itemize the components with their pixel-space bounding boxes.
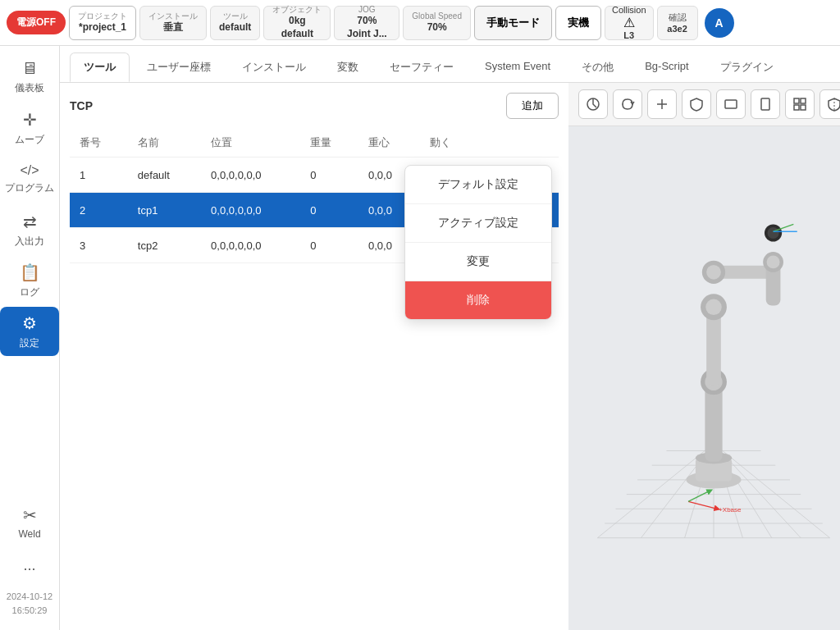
tool-label: ツール (223, 11, 248, 21)
collision-label: Collision (612, 5, 646, 15)
svg-point-36 (706, 265, 721, 280)
confirm-button[interactable]: 確認 a3e2 (657, 6, 698, 40)
manual-mode-button[interactable]: 手動モード (474, 6, 552, 40)
move-icon: ✛ (23, 110, 37, 130)
real-button[interactable]: 実機 (555, 6, 601, 40)
robot-viewport[interactable]: +Xbase (568, 126, 840, 630)
tab-other[interactable]: その他 (568, 52, 628, 82)
svg-rect-2 (761, 98, 769, 110)
sidebar-label-dashboard: 儀表板 (15, 81, 44, 95)
svg-text:+Xbase: +Xbase (719, 506, 742, 514)
view-reset-btn[interactable] (578, 89, 608, 119)
context-menu: デフォルト設定 アクティブ設定 変更 削除 (404, 165, 552, 320)
jog-button[interactable]: JOG 70% Joint J... (334, 6, 399, 40)
sidebar-label-settings: 設定 (20, 336, 39, 350)
row3-name: tcp2 (128, 228, 201, 263)
panel-header: TCP 追加 (70, 93, 559, 119)
context-active-btn[interactable]: アクティブ設定 (405, 204, 551, 243)
program-icon: </> (20, 163, 39, 178)
svg-point-41 (767, 227, 778, 239)
power-button[interactable]: 電源OFF (7, 11, 66, 34)
tool-value: default (219, 21, 251, 34)
tab-bar: ツール ユーザー座標 インストール 変数 セーフティー System Event… (60, 46, 840, 83)
collision-button[interactable]: Collision ⚠ L3 (605, 6, 654, 40)
col-move: 動く (420, 129, 559, 158)
context-default-btn[interactable]: デフォルト設定 (405, 166, 551, 204)
view-box-btn[interactable] (716, 89, 746, 119)
view-rotate-btn[interactable] (613, 89, 642, 119)
row3-num: 3 (70, 228, 128, 263)
row3-weight: 0 (300, 228, 358, 263)
tool-button[interactable]: ツール default (210, 6, 260, 40)
global-speed-button[interactable]: Global Speed 70% (403, 6, 471, 40)
sidebar-label-log: ログ (20, 285, 39, 299)
left-panel: TCP 追加 番号 名前 位置 重量 重心 動く (60, 83, 568, 630)
tab-system-event[interactable]: System Event (471, 52, 564, 82)
panel-title: TCP (70, 99, 93, 112)
tab-install[interactable]: インストール (228, 52, 320, 82)
row2-pos: 0,0,0,0,0,0 (201, 193, 300, 228)
collision-icon: ⚠ (623, 15, 635, 30)
view-box2-btn[interactable] (751, 89, 780, 119)
col-weight: 重量 (300, 129, 358, 158)
view-grid-btn[interactable] (785, 89, 815, 119)
more-icon: ... (23, 557, 35, 574)
svg-point-33 (705, 299, 721, 315)
view-shield-btn[interactable] (682, 89, 711, 119)
jog-label: JOG (358, 4, 376, 15)
confirm-label: 確認 (669, 11, 687, 24)
context-delete-btn[interactable]: 削除 (405, 281, 551, 319)
add-button[interactable]: 追加 (506, 93, 559, 119)
install-label: インストール (148, 11, 198, 21)
tab-tool[interactable]: ツール (70, 52, 130, 82)
collision-value: L3 (623, 30, 634, 40)
object-button[interactable]: オブジェクト 0kg default (263, 6, 331, 40)
context-change-btn[interactable]: 変更 (405, 243, 551, 281)
global-speed-label: Global Speed (412, 11, 462, 21)
col-name: 名前 (128, 129, 201, 158)
row1-num: 1 (70, 158, 128, 193)
svg-line-22 (688, 501, 717, 509)
user-avatar[interactable]: A (705, 8, 734, 38)
col-pos: 位置 (201, 129, 300, 158)
svg-rect-4 (801, 98, 806, 103)
tab-variable[interactable]: 変数 (323, 52, 372, 82)
io-icon: ⇄ (23, 212, 37, 231)
row2-num: 2 (70, 193, 128, 228)
jog-value2: Joint J... (347, 28, 387, 41)
col-num: 番号 (70, 129, 128, 158)
install-button[interactable]: インストール 垂直 (139, 6, 207, 40)
log-icon: 📋 (20, 262, 40, 282)
datetime-display: 2024-10-1216:50:29 (3, 583, 56, 623)
svg-point-39 (767, 255, 780, 268)
tab-user-coord[interactable]: ユーザー座標 (133, 52, 225, 82)
tab-safety[interactable]: セーフティー (376, 52, 468, 82)
view-shield2-btn[interactable] (819, 89, 840, 119)
sidebar-more-button[interactable]: ... (0, 550, 59, 580)
confirm-value: a3e2 (667, 24, 687, 34)
sidebar-item-move[interactable]: ✛ ムーブ (0, 103, 59, 153)
settings-icon: ⚙ (22, 313, 37, 333)
sidebar-label-program: プログラム (5, 181, 54, 195)
dashboard-icon: 🖥 (21, 59, 38, 78)
sidebar-item-log[interactable]: 📋 ログ (0, 256, 59, 305)
object-value2: default (281, 28, 313, 41)
sidebar-item-io[interactable]: ⇄ 入出力 (0, 205, 59, 254)
sidebar-label-move: ムーブ (15, 133, 44, 147)
row2-name: tcp1 (128, 193, 201, 228)
sidebar-item-settings[interactable]: ⚙ 設定 (0, 307, 59, 356)
sidebar-item-program[interactable]: </> プログラム (0, 154, 59, 203)
svg-rect-3 (794, 98, 799, 103)
row3-pos: 0,0,0,0,0,0 (201, 228, 300, 263)
view-flip-btn[interactable] (647, 89, 677, 119)
tab-plugin[interactable]: プラグイン (706, 52, 788, 82)
object-value: 0kg (289, 15, 306, 28)
sidebar-item-weld[interactable]: ✂ Weld (0, 498, 59, 547)
svg-rect-1 (725, 100, 737, 108)
view-toolbar (568, 83, 840, 126)
tab-bg-script[interactable]: Bg-Script (631, 52, 702, 82)
right-panel: +Xbase (568, 83, 840, 630)
project-button[interactable]: プロジェクト *project_1 (69, 6, 136, 40)
sidebar-item-dashboard[interactable]: 🖥 儀表板 (0, 52, 59, 102)
install-value: 垂直 (163, 21, 183, 34)
